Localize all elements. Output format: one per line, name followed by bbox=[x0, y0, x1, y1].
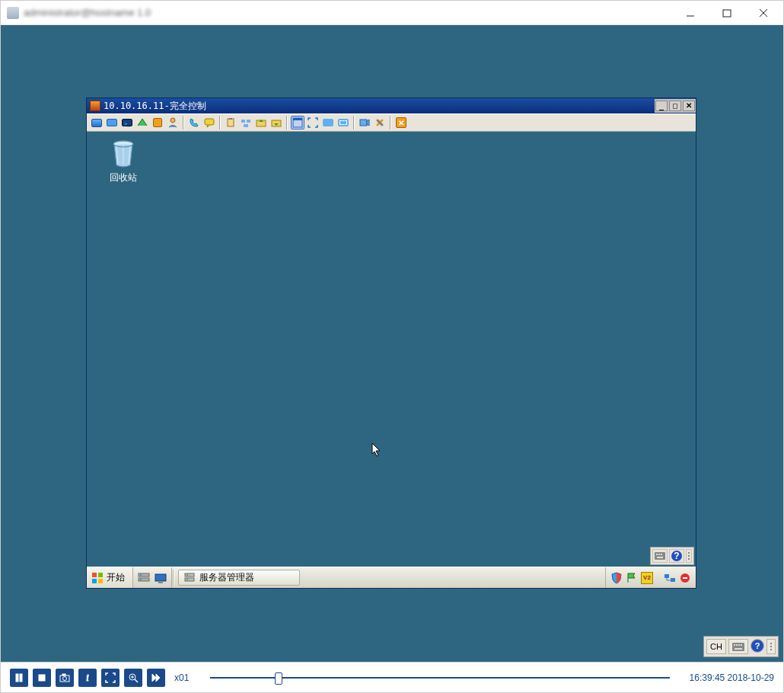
monitor-icon[interactable] bbox=[90, 116, 104, 129]
folder-down-icon[interactable] bbox=[269, 116, 283, 129]
svg-rect-35 bbox=[158, 582, 163, 583]
svg-point-33 bbox=[140, 579, 142, 580]
svg-point-38 bbox=[186, 574, 188, 576]
zoom-button[interactable] bbox=[124, 669, 142, 687]
svg-rect-18 bbox=[655, 552, 665, 560]
toolbar-separator bbox=[390, 116, 391, 129]
window-mode-icon[interactable] bbox=[291, 116, 304, 129]
toolbar-separator bbox=[183, 116, 184, 129]
remote-ip: 10.10.16.11 bbox=[104, 101, 164, 111]
svg-point-4 bbox=[171, 118, 175, 123]
pause-button[interactable] bbox=[10, 669, 28, 687]
start-button[interactable]: 开始 bbox=[87, 567, 133, 588]
remote-taskbar: 开始 服务器管理器 V2 bbox=[87, 567, 696, 588]
window-title: administrator@hostname 1.0 bbox=[24, 7, 151, 18]
title-bar: administrator@hostname 1.0 bbox=[1, 1, 783, 25]
recycle-bin[interactable]: 回收站 bbox=[100, 138, 146, 184]
svg-rect-20 bbox=[658, 554, 660, 555]
fullscreen-button[interactable] bbox=[101, 669, 120, 687]
screen-icon[interactable] bbox=[105, 116, 119, 129]
svg-rect-49 bbox=[735, 648, 742, 650]
svg-rect-15 bbox=[360, 120, 367, 126]
viewer-status-bar: CH ? bbox=[703, 636, 779, 657]
svg-rect-36 bbox=[185, 573, 194, 576]
remote-status-corner: ? bbox=[650, 547, 694, 565]
svg-line-61 bbox=[135, 679, 138, 682]
svg-point-23 bbox=[688, 552, 690, 554]
timestamp: 16:39:45 2018-10-29 bbox=[690, 672, 774, 683]
svg-rect-55 bbox=[39, 675, 45, 681]
slider-thumb[interactable] bbox=[275, 672, 282, 685]
remote-window-controls: _ □ ✕ bbox=[655, 99, 696, 113]
remote-desktop[interactable]: 回收站 ? bbox=[87, 132, 696, 567]
remote-sep: - bbox=[164, 101, 169, 111]
power-icon[interactable] bbox=[151, 116, 164, 129]
devices-icon[interactable] bbox=[239, 116, 253, 129]
record-icon[interactable] bbox=[358, 116, 371, 129]
remote-toolbar: >_ ✕ bbox=[87, 113, 696, 132]
tray-shield-icon[interactable] bbox=[610, 572, 623, 584]
remote-mode: 完全控制 bbox=[170, 100, 206, 113]
toolbar-separator bbox=[286, 116, 288, 129]
svg-point-24 bbox=[688, 555, 690, 557]
phone-icon[interactable] bbox=[187, 116, 201, 129]
svg-rect-40 bbox=[664, 574, 669, 578]
scale-icon[interactable] bbox=[336, 116, 350, 129]
svg-point-25 bbox=[688, 558, 690, 560]
stop-button[interactable] bbox=[33, 669, 51, 687]
svg-rect-44 bbox=[732, 643, 744, 651]
remote-close-button[interactable]: ✕ bbox=[683, 101, 695, 111]
show-desktop-ql-icon[interactable] bbox=[155, 573, 167, 583]
svg-point-39 bbox=[186, 579, 188, 580]
tray-vc-icon[interactable]: V2 bbox=[641, 572, 653, 584]
svg-rect-7 bbox=[229, 118, 232, 120]
exit-icon[interactable]: ✕ bbox=[394, 116, 408, 129]
svg-point-50 bbox=[770, 643, 772, 644]
menu-grip-icon[interactable] bbox=[686, 549, 692, 563]
tray-stop-icon[interactable] bbox=[679, 572, 691, 584]
svg-rect-58 bbox=[62, 674, 65, 675]
fast-forward-button[interactable] bbox=[147, 669, 165, 687]
ime-indicator[interactable]: CH bbox=[706, 639, 726, 654]
send-icon[interactable] bbox=[135, 116, 149, 129]
clipboard-icon[interactable] bbox=[224, 116, 237, 129]
remote-maximize-button[interactable]: □ bbox=[669, 101, 681, 111]
folder-up-icon[interactable] bbox=[254, 116, 268, 129]
overlay-help-icon[interactable]: ? bbox=[751, 639, 764, 653]
tray-network-icon[interactable] bbox=[664, 572, 676, 584]
toolbar-separator bbox=[353, 116, 355, 129]
playback-time: 16:39:45 bbox=[690, 672, 725, 683]
window-controls bbox=[672, 2, 782, 24]
server-manager-ql-icon[interactable] bbox=[138, 573, 150, 583]
taskbar-item-server-manager[interactable]: 服务器管理器 bbox=[178, 570, 300, 586]
keyboard-icon[interactable] bbox=[652, 549, 668, 563]
settings-icon[interactable] bbox=[373, 116, 387, 129]
progress-slider[interactable] bbox=[210, 670, 669, 685]
svg-rect-1 bbox=[723, 10, 731, 17]
remote-app-icon bbox=[90, 101, 100, 111]
terminal-icon[interactable]: >_ bbox=[120, 116, 134, 129]
viewer-area: 10.10.16.11 - 完全控制 _ □ ✕ >_ bbox=[1, 25, 783, 662]
svg-rect-47 bbox=[738, 644, 740, 646]
user-icon[interactable] bbox=[166, 116, 180, 129]
minimize-button[interactable] bbox=[672, 2, 709, 24]
tray-flag-icon[interactable] bbox=[626, 572, 638, 584]
fullscreen-icon[interactable] bbox=[306, 116, 320, 129]
maximize-button[interactable] bbox=[709, 2, 745, 24]
server-manager-icon bbox=[183, 572, 196, 584]
overlay-grip-icon[interactable] bbox=[766, 639, 776, 654]
help-icon[interactable]: ? bbox=[669, 549, 684, 563]
start-label: 开始 bbox=[107, 571, 125, 584]
svg-rect-14 bbox=[293, 118, 302, 120]
chat-icon[interactable] bbox=[202, 116, 216, 129]
svg-point-51 bbox=[770, 646, 772, 647]
info-button[interactable]: i bbox=[78, 669, 97, 687]
svg-rect-54 bbox=[20, 674, 22, 682]
remote-minimize-button[interactable]: _ bbox=[655, 101, 668, 111]
taskbar-item-label: 服务器管理器 bbox=[199, 571, 254, 584]
close-button[interactable] bbox=[745, 2, 782, 24]
snapshot-button[interactable] bbox=[56, 669, 74, 687]
overlay-keyboard-icon[interactable] bbox=[728, 639, 748, 654]
svg-text:i: i bbox=[86, 672, 88, 683]
blank-screen-icon[interactable] bbox=[321, 116, 335, 129]
